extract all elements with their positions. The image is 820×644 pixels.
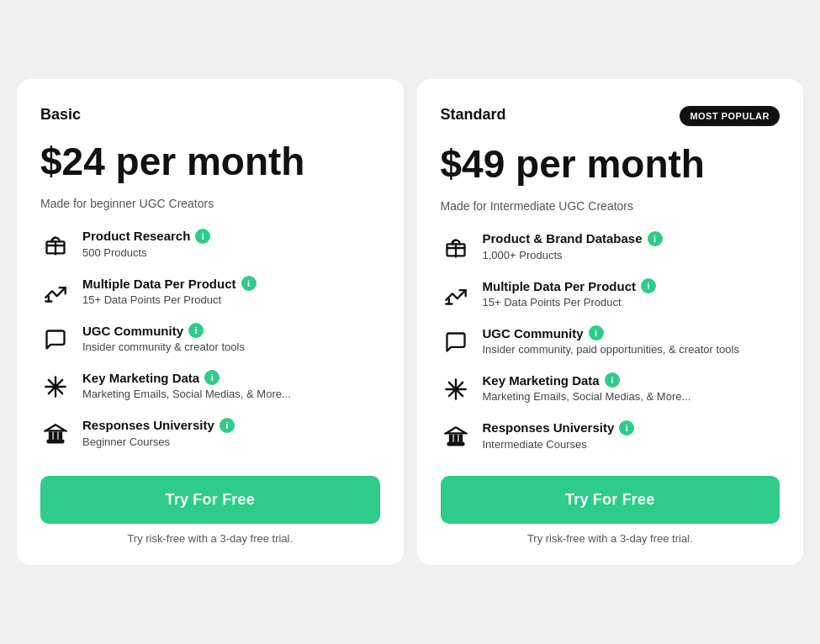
feature-title: Product Research i	[82, 229, 210, 244]
feature-title: Key Marketing Data i	[82, 370, 291, 385]
feature-title: Product & Brand Database i	[483, 231, 663, 246]
plan-name: Basic	[40, 106, 81, 124]
feature-text: Product & Brand Database i 1,000+ Produc…	[483, 231, 663, 263]
card-header: Basic	[40, 106, 380, 124]
feature-icon	[40, 325, 71, 355]
info-icon[interactable]: i	[648, 231, 663, 246]
feature-text: Key Marketing Data i Marketing Emails, S…	[483, 372, 691, 404]
feature-desc: 15+ Data Points Per Product	[483, 295, 657, 310]
feature-item: Key Marketing Data i Marketing Emails, S…	[441, 372, 780, 404]
subtitle: Made for Intermediate UGC Creators	[441, 199, 780, 213]
svg-rect-20	[450, 435, 452, 442]
feature-title: Multiple Data Per Product i	[483, 278, 657, 293]
cta-button[interactable]: Try For Free	[441, 476, 780, 524]
info-icon[interactable]: i	[619, 420, 634, 435]
feature-item: Responses University i Intermediate Cour…	[441, 420, 780, 452]
cta-section: Try For Free Try risk-free with a 3-day …	[441, 476, 780, 545]
feature-text: Multiple Data Per Product i 15+ Data Poi…	[483, 278, 657, 310]
feature-item: Multiple Data Per Product i 15+ Data Poi…	[40, 276, 380, 308]
features-list: Product Research i 500 Products Multiple…	[40, 229, 380, 452]
price: $24 per month	[40, 140, 380, 183]
cta-button[interactable]: Try For Free	[40, 476, 380, 524]
feature-title: UGC Community i	[483, 325, 739, 340]
feature-item: Product Research i 500 Products	[40, 229, 380, 261]
price: $49 per month	[441, 143, 780, 186]
plan-name: Standard	[441, 106, 506, 124]
feature-text: Responses University i Intermediate Cour…	[483, 420, 635, 452]
feature-desc: 500 Products	[82, 245, 210, 261]
svg-rect-22	[459, 435, 461, 442]
card-header: Standard MOST POPULAR	[441, 106, 780, 126]
info-icon[interactable]: i	[641, 278, 656, 293]
subtitle: Made for beginner UGC Creators	[40, 197, 380, 210]
cta-note: Try risk-free with a 3-day free trial.	[40, 532, 380, 545]
info-icon[interactable]: i	[220, 418, 235, 433]
feature-title: Multiple Data Per Product i	[82, 276, 257, 291]
info-icon[interactable]: i	[241, 276, 257, 291]
feature-text: UGC Community i Insider community & crea…	[82, 323, 245, 355]
features-list: Product & Brand Database i 1,000+ Produc…	[441, 231, 780, 452]
info-icon[interactable]: i	[188, 323, 204, 338]
feature-item: Key Marketing Data i Marketing Emails, S…	[40, 370, 380, 402]
feature-desc: 1,000+ Products	[483, 248, 663, 263]
feature-icon	[441, 327, 471, 357]
info-icon[interactable]: i	[204, 370, 220, 385]
svg-rect-10	[60, 432, 61, 440]
svg-marker-23	[446, 427, 465, 433]
info-icon[interactable]: i	[589, 325, 604, 340]
feature-item: Responses University i Beginner Courses	[40, 418, 380, 450]
feature-item: Product & Brand Database i 1,000+ Produc…	[441, 231, 780, 263]
svg-rect-21	[454, 435, 456, 442]
feature-text: Responses University i Beginner Courses	[82, 418, 235, 450]
feature-text: UGC Community i Insider community, paid …	[483, 325, 739, 357]
feature-item: UGC Community i Insider community & crea…	[40, 323, 380, 355]
info-icon[interactable]: i	[195, 229, 210, 244]
feature-icon	[441, 280, 471, 310]
svg-rect-9	[55, 432, 56, 440]
cta-section: Try For Free Try risk-free with a 3-day …	[40, 476, 380, 545]
feature-desc: Insider community & creator tools	[82, 340, 245, 355]
card-standard: Standard MOST POPULAR $49 per month Made…	[417, 79, 804, 565]
feature-item: Multiple Data Per Product i 15+ Data Poi…	[441, 278, 780, 310]
feature-desc: 15+ Data Points Per Product	[82, 293, 257, 308]
feature-title: Key Marketing Data i	[483, 372, 691, 388]
cta-note: Try risk-free with a 3-day free trial.	[441, 532, 780, 545]
card-basic: Basic $24 per month Made for beginner UG…	[17, 79, 404, 565]
feature-icon	[441, 233, 471, 263]
feature-desc: Insider community, paid opportunities, &…	[483, 342, 739, 357]
feature-desc: Marketing Emails, Social Medias, & More.…	[483, 389, 691, 404]
feature-icon	[441, 422, 471, 452]
feature-icon	[40, 372, 71, 402]
svg-marker-11	[45, 425, 65, 430]
feature-icon	[441, 374, 471, 404]
feature-icon	[40, 277, 71, 308]
feature-icon	[40, 230, 71, 261]
feature-desc: Beginner Courses	[82, 435, 235, 450]
info-icon[interactable]: i	[605, 372, 620, 388]
feature-item: UGC Community i Insider community, paid …	[441, 325, 780, 357]
pricing-container: Basic $24 per month Made for beginner UG…	[17, 79, 803, 565]
feature-text: Key Marketing Data i Marketing Emails, S…	[82, 370, 291, 402]
feature-title: UGC Community i	[82, 323, 245, 338]
feature-icon	[40, 420, 71, 450]
popular-badge: MOST POPULAR	[680, 106, 780, 126]
feature-title: Responses University i	[483, 420, 635, 435]
feature-text: Product Research i 500 Products	[82, 229, 210, 261]
feature-desc: Intermediate Courses	[483, 437, 635, 452]
feature-text: Multiple Data Per Product i 15+ Data Poi…	[82, 276, 257, 308]
feature-desc: Marketing Emails, Social Medias, & More.…	[82, 387, 291, 402]
feature-title: Responses University i	[82, 418, 235, 433]
svg-rect-8	[50, 432, 51, 440]
